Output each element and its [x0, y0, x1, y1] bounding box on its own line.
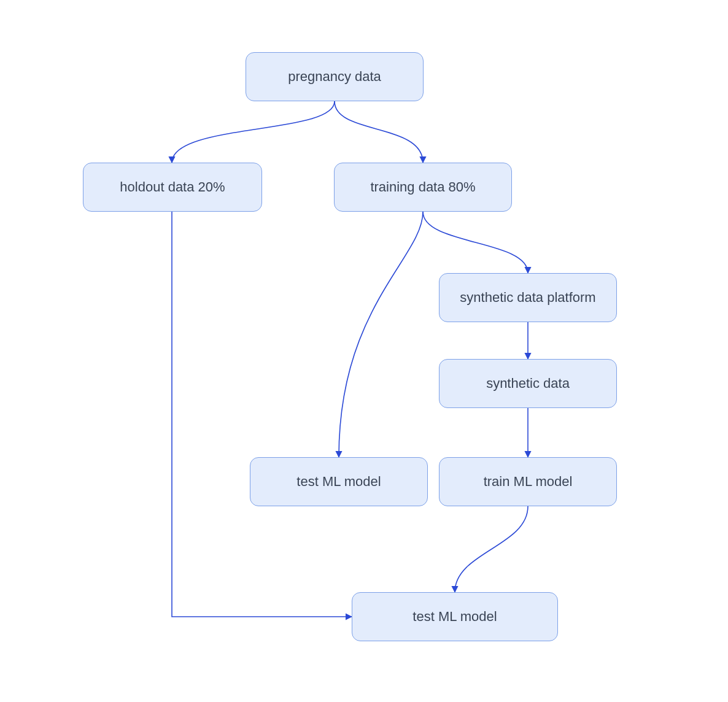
- node-label: synthetic data: [486, 376, 570, 392]
- node-test-ml-model-2: test ML model: [352, 592, 558, 641]
- edge-training-platform: [423, 212, 528, 273]
- edge-train-test2: [455, 506, 528, 592]
- node-synthetic-data-platform: synthetic data platform: [439, 273, 617, 322]
- edge-pregnancy-holdout: [172, 101, 335, 163]
- node-label: holdout data 20%: [120, 179, 225, 195]
- node-label: training data 80%: [370, 179, 475, 195]
- edge-pregnancy-training: [335, 101, 423, 163]
- node-label: pregnancy data: [288, 69, 381, 85]
- flowchart-canvas: pregnancy data holdout data 20% training…: [0, 0, 728, 702]
- node-label: train ML model: [484, 474, 573, 490]
- node-test-ml-model-1: test ML model: [250, 457, 428, 506]
- edge-training-test1: [339, 212, 423, 457]
- node-holdout-data: holdout data 20%: [83, 163, 262, 212]
- node-label: synthetic data platform: [460, 290, 595, 306]
- node-label: test ML model: [296, 474, 381, 490]
- node-training-data: training data 80%: [334, 163, 512, 212]
- node-label: test ML model: [412, 609, 497, 625]
- node-pregnancy-data: pregnancy data: [246, 52, 424, 101]
- edge-holdout-test2: [172, 212, 352, 617]
- node-synthetic-data: synthetic data: [439, 359, 617, 408]
- node-train-ml-model: train ML model: [439, 457, 617, 506]
